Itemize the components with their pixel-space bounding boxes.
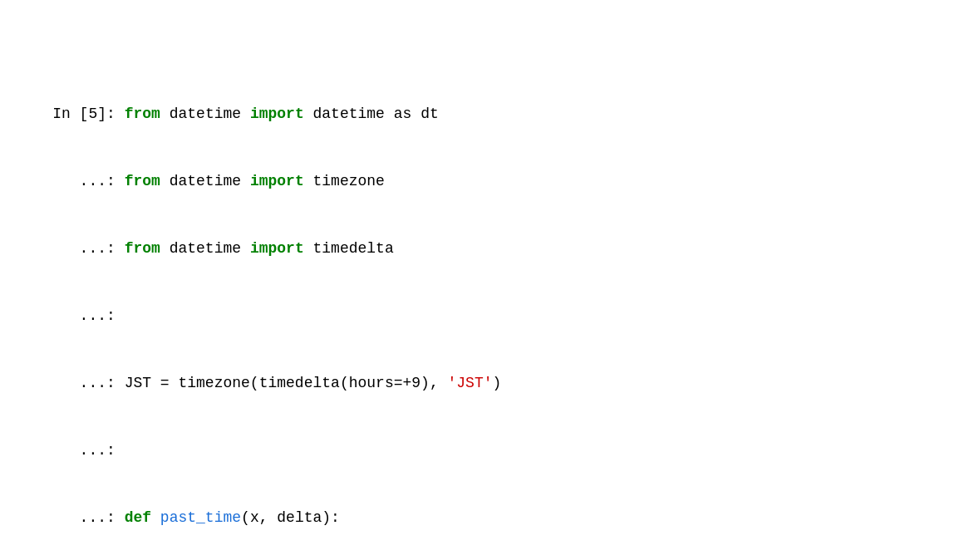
continuation-prompt6: ...: — [52, 509, 124, 526]
sp2: datetime — [160, 240, 250, 257]
cell-5: In [5]: from datetime import datetime as… — [17, 81, 937, 560]
continuation-prompt2: ...: — [52, 240, 124, 257]
mod-timedelta: timedelta — [304, 240, 394, 257]
continuation-prompt: ...: — [52, 173, 124, 189]
kw-from3: from — [125, 240, 160, 257]
mod-timezone: timezone — [304, 173, 385, 189]
kw-as: as — [394, 106, 412, 122]
prompt: In [5]: — [52, 106, 124, 122]
sp: datetime — [160, 173, 250, 189]
kw-def: def — [125, 509, 151, 526]
fn-past-time: past_time — [160, 509, 241, 526]
code-area: In [5]: from datetime import datetime as… — [17, 13, 937, 560]
kw-from: from — [125, 106, 160, 122]
alias-dt: dt — [411, 106, 438, 122]
kw-from2: from — [125, 173, 160, 189]
cell-5-line-3: ...: from datetime import timedelta — [52, 240, 394, 257]
mod-datetime2: datetime — [304, 106, 394, 122]
continuation-prompt4: ...: — [52, 375, 124, 391]
continuation-prompt5: ...: — [52, 442, 124, 459]
fn-args: (x, delta): — [241, 509, 340, 526]
cell-5-line-1: In [5]: from datetime import datetime as… — [52, 106, 439, 122]
kw-import3: import — [250, 240, 304, 257]
cell-5-line-6: ...: — [52, 442, 124, 459]
cell-5-line-4: ...: — [52, 307, 124, 324]
sp3 — [151, 509, 160, 526]
continuation-prompt3: ...: — [52, 307, 124, 324]
mod-datetime: datetime — [170, 106, 250, 122]
jst-string: 'JST' — [448, 375, 493, 391]
cell-5-line-5: ...: JST = timezone(timedelta(hours=+9),… — [52, 375, 501, 391]
kw-import2: import — [250, 173, 304, 189]
kw-import: import — [250, 106, 304, 122]
close-paren: ) — [493, 375, 502, 391]
cell-5-line-2: ...: from datetime import timezone — [52, 173, 385, 189]
cell-5-line-7: ...: def past_time(x, delta): — [52, 509, 340, 526]
jst-assign: JST = timezone(timedelta(hours=+9), — [125, 375, 448, 391]
